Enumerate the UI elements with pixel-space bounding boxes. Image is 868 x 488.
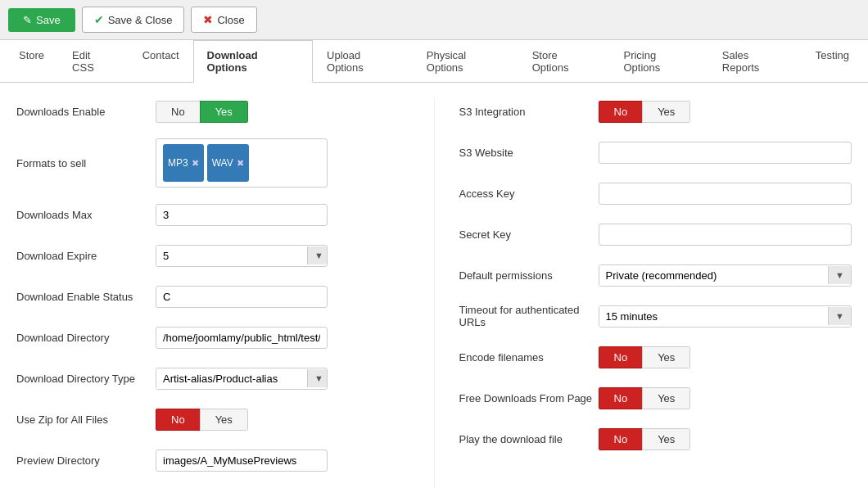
- preview-directory-row: Preview Directory: [16, 446, 409, 474]
- access-key-input[interactable]: [599, 183, 852, 205]
- s3-website-control: [599, 142, 852, 164]
- download-expire-select-wrap: ▼: [156, 245, 328, 267]
- timeout-input[interactable]: [599, 306, 829, 327]
- download-directory-type-select-wrap: ▼: [156, 368, 328, 390]
- download-expire-arrow[interactable]: ▼: [307, 246, 328, 264]
- downloads-enable-toggle: No Yes: [156, 101, 248, 123]
- close-button[interactable]: ✖ Close: [191, 7, 256, 33]
- encode-filenames-label: Encode filenames: [459, 351, 599, 364]
- tab-physical-options[interactable]: Physical Options: [413, 40, 518, 83]
- save-button[interactable]: ✎ Save: [8, 8, 75, 32]
- play-download-yes[interactable]: Yes: [642, 428, 690, 450]
- preview-directory-input[interactable]: [156, 450, 328, 472]
- save-label: Save: [36, 14, 61, 26]
- download-directory-type-label: Download Directory Type: [16, 373, 156, 385]
- timeout-row: Timeout for authenticated URLs ▼: [459, 302, 852, 330]
- play-download-no[interactable]: No: [599, 428, 643, 450]
- downloads-max-label: Downloads Max: [16, 209, 156, 221]
- default-permissions-select-wrap: ▼: [599, 264, 852, 287]
- encode-filenames-yes[interactable]: Yes: [642, 346, 690, 368]
- download-directory-input[interactable]: [156, 327, 328, 349]
- use-zip-row: Use Zip for All Files No Yes: [16, 405, 409, 433]
- access-key-row: Access Key: [459, 179, 852, 207]
- download-expire-control: ▼: [156, 245, 409, 267]
- format-tag-mp3: MP3 ✖: [163, 144, 204, 182]
- save-close-button[interactable]: ✔ Save & Close: [82, 7, 185, 33]
- downloads-max-row: Downloads Max: [16, 201, 409, 228]
- default-permissions-input[interactable]: [599, 265, 829, 286]
- download-directory-row: Download Directory: [16, 323, 409, 351]
- default-permissions-label: Default permissions: [459, 269, 599, 282]
- tab-edit-css[interactable]: Edit CSS: [58, 40, 129, 83]
- free-downloads-no[interactable]: No: [599, 387, 643, 409]
- tab-store-options[interactable]: Store Options: [518, 40, 610, 83]
- encode-filenames-toggle: No Yes: [599, 346, 691, 368]
- download-directory-type-control: ▼: [156, 368, 409, 390]
- default-permissions-arrow[interactable]: ▼: [828, 266, 851, 284]
- left-column: Downloads Enable No Yes Formats to sell …: [16, 97, 434, 488]
- tab-store[interactable]: Store: [5, 40, 58, 83]
- close-label: Close: [217, 14, 244, 26]
- secret-key-input[interactable]: [599, 224, 852, 246]
- downloads-enable-yes[interactable]: Yes: [200, 101, 248, 123]
- s3-website-input[interactable]: [599, 142, 852, 164]
- format-tag-wav-remove[interactable]: ✖: [237, 158, 244, 169]
- secret-key-row: Secret Key: [459, 220, 852, 248]
- timeout-label: Timeout for authenticated URLs: [459, 304, 599, 328]
- s3-website-row: S3 Website: [459, 138, 852, 166]
- tab-pricing-options[interactable]: Pricing Options: [609, 40, 708, 83]
- play-download-label: Play the download file: [459, 433, 599, 445]
- save-close-label: Save & Close: [108, 14, 173, 26]
- formats-tag-container[interactable]: MP3 ✖ WAV ✖: [156, 138, 328, 188]
- formats-row: Formats to sell MP3 ✖ WAV ✖: [16, 138, 409, 188]
- default-permissions-control: ▼: [599, 264, 852, 287]
- download-directory-type-row: Download Directory Type ▼: [16, 364, 409, 392]
- free-downloads-row: Free Downloads From Page No Yes: [459, 384, 852, 412]
- formats-control: MP3 ✖ WAV ✖: [156, 138, 409, 188]
- encode-filenames-control: No Yes: [599, 346, 852, 368]
- tab-upload-options[interactable]: Upload Options: [313, 40, 413, 83]
- main-content: Downloads Enable No Yes Formats to sell …: [0, 83, 868, 488]
- download-directory-label: Download Directory: [16, 332, 156, 344]
- format-tag-wav: WAV ✖: [207, 144, 249, 182]
- download-directory-type-arrow[interactable]: ▼: [307, 369, 328, 387]
- tab-testing[interactable]: Testing: [802, 40, 863, 83]
- timeout-select-wrap: ▼: [599, 305, 852, 328]
- close-x-icon: ✖: [203, 13, 213, 26]
- tab-download-options[interactable]: Download Options: [193, 40, 313, 83]
- default-permissions-row: Default permissions ▼: [459, 261, 852, 289]
- timeout-control: ▼: [599, 305, 852, 328]
- download-expire-input[interactable]: [156, 246, 307, 266]
- access-key-label: Access Key: [459, 188, 599, 200]
- s3-website-label: S3 Website: [459, 147, 599, 159]
- tab-contact[interactable]: Contact: [129, 40, 193, 83]
- use-zip-yes[interactable]: Yes: [200, 409, 248, 431]
- download-expire-label: Download Expire: [16, 250, 156, 262]
- play-download-row: Play the download file No Yes: [459, 425, 852, 453]
- s3-integration-control: No Yes: [599, 101, 852, 123]
- tab-sales-reports[interactable]: Sales Reports: [708, 40, 802, 83]
- format-tag-mp3-remove[interactable]: ✖: [192, 158, 199, 169]
- toolbar: ✎ Save ✔ Save & Close ✖ Close: [0, 0, 868, 40]
- s3-integration-yes[interactable]: Yes: [642, 101, 690, 123]
- downloads-enable-control: No Yes: [156, 101, 409, 123]
- downloads-enable-label: Downloads Enable: [16, 106, 156, 118]
- downloads-max-input[interactable]: [156, 204, 328, 226]
- tabs-bar: Store Edit CSS Contact Download Options …: [0, 40, 868, 83]
- download-enable-status-input[interactable]: [156, 286, 328, 308]
- s3-integration-label: S3 Integration: [459, 106, 599, 118]
- encode-filenames-no[interactable]: No: [599, 346, 643, 368]
- use-zip-no[interactable]: No: [156, 409, 200, 431]
- play-download-toggle: No Yes: [599, 428, 691, 450]
- preview-directory-control: [156, 450, 409, 472]
- downloads-enable-no[interactable]: No: [156, 101, 200, 123]
- s3-integration-no[interactable]: No: [599, 101, 643, 123]
- free-downloads-yes[interactable]: Yes: [642, 387, 690, 409]
- download-enable-status-control: [156, 286, 409, 308]
- download-directory-type-input[interactable]: [156, 368, 307, 389]
- download-expire-row: Download Expire ▼: [16, 242, 409, 269]
- formats-label: Formats to sell: [16, 157, 156, 169]
- free-downloads-toggle: No Yes: [599, 387, 691, 409]
- timeout-arrow[interactable]: ▼: [828, 307, 851, 325]
- check-icon: ✔: [94, 13, 104, 26]
